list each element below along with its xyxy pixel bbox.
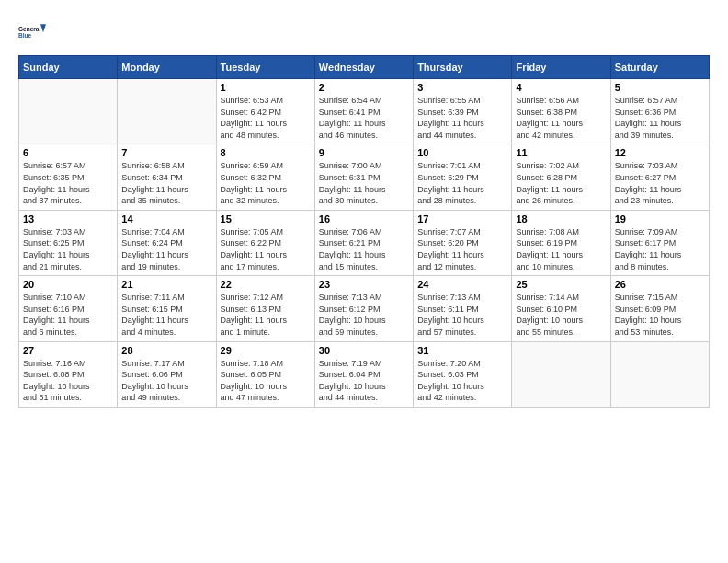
week-row-1: 1Sunrise: 6:53 AM Sunset: 6:42 PM Daylig… <box>19 79 710 144</box>
weekday-header-sunday: Sunday <box>19 56 118 79</box>
calendar-cell: 3Sunrise: 6:55 AM Sunset: 6:39 PM Daylig… <box>414 79 512 144</box>
calendar-cell: 28Sunrise: 7:17 AM Sunset: 6:06 PM Dayli… <box>118 341 216 407</box>
calendar-cell: 15Sunrise: 7:05 AM Sunset: 6:22 PM Dayli… <box>216 210 314 275</box>
day-number: 11 <box>516 147 606 158</box>
day-number: 16 <box>319 213 409 224</box>
calendar-cell: 11Sunrise: 7:02 AM Sunset: 6:28 PM Dayli… <box>512 144 610 210</box>
day-number: 25 <box>516 279 606 290</box>
calendar-cell <box>118 79 216 144</box>
day-number: 14 <box>121 213 211 224</box>
day-info: Sunrise: 7:03 AM Sunset: 6:27 PM Dayligh… <box>615 160 705 206</box>
calendar-cell: 1Sunrise: 6:53 AM Sunset: 6:42 PM Daylig… <box>216 79 314 144</box>
day-info: Sunrise: 7:16 AM Sunset: 6:08 PM Dayligh… <box>23 358 113 404</box>
day-info: Sunrise: 6:54 AM Sunset: 6:41 PM Dayligh… <box>319 95 409 141</box>
calendar-cell: 19Sunrise: 7:09 AM Sunset: 6:17 PM Dayli… <box>610 210 709 275</box>
day-info: Sunrise: 6:56 AM Sunset: 6:38 PM Dayligh… <box>516 95 606 141</box>
day-number: 28 <box>121 345 211 356</box>
day-number: 26 <box>615 279 705 290</box>
day-number: 31 <box>417 345 507 356</box>
calendar-cell: 10Sunrise: 7:01 AM Sunset: 6:29 PM Dayli… <box>414 144 512 210</box>
calendar-cell: 22Sunrise: 7:12 AM Sunset: 6:13 PM Dayli… <box>216 276 314 341</box>
day-number: 6 <box>23 147 113 158</box>
day-number: 22 <box>221 279 311 290</box>
calendar-cell: 4Sunrise: 6:56 AM Sunset: 6:38 PM Daylig… <box>512 79 610 144</box>
calendar-cell: 25Sunrise: 7:14 AM Sunset: 6:10 PM Dayli… <box>512 276 610 341</box>
calendar-cell: 21Sunrise: 7:11 AM Sunset: 6:15 PM Dayli… <box>118 276 216 341</box>
day-number: 29 <box>221 345 311 356</box>
day-number: 23 <box>319 279 409 290</box>
day-info: Sunrise: 7:08 AM Sunset: 6:19 PM Dayligh… <box>516 226 606 272</box>
day-info: Sunrise: 7:18 AM Sunset: 6:05 PM Dayligh… <box>221 358 311 404</box>
day-info: Sunrise: 7:13 AM Sunset: 6:12 PM Dayligh… <box>319 292 409 338</box>
day-number: 4 <box>516 82 606 93</box>
calendar-cell: 17Sunrise: 7:07 AM Sunset: 6:20 PM Dayli… <box>414 210 512 275</box>
day-number: 12 <box>615 147 705 158</box>
calendar-cell <box>19 79 118 144</box>
day-info: Sunrise: 6:57 AM Sunset: 6:36 PM Dayligh… <box>615 95 705 141</box>
svg-text:General: General <box>18 26 40 32</box>
calendar-cell: 31Sunrise: 7:20 AM Sunset: 6:03 PM Dayli… <box>414 341 512 407</box>
day-info: Sunrise: 7:12 AM Sunset: 6:13 PM Dayligh… <box>221 292 311 338</box>
weekday-header-wednesday: Wednesday <box>314 56 413 79</box>
day-info: Sunrise: 6:57 AM Sunset: 6:35 PM Dayligh… <box>23 160 113 206</box>
day-number: 15 <box>221 213 311 224</box>
calendar-cell: 18Sunrise: 7:08 AM Sunset: 6:19 PM Dayli… <box>512 210 610 275</box>
calendar-cell: 14Sunrise: 7:04 AM Sunset: 6:24 PM Dayli… <box>118 210 216 275</box>
calendar-cell: 24Sunrise: 7:13 AM Sunset: 6:11 PM Dayli… <box>414 276 512 341</box>
day-number: 18 <box>516 213 606 224</box>
day-number: 13 <box>23 213 113 224</box>
day-number: 19 <box>615 213 705 224</box>
day-info: Sunrise: 7:17 AM Sunset: 6:06 PM Dayligh… <box>121 358 211 404</box>
day-info: Sunrise: 6:58 AM Sunset: 6:34 PM Dayligh… <box>121 160 211 206</box>
day-number: 7 <box>121 147 211 158</box>
day-number: 27 <box>23 345 113 356</box>
day-number: 9 <box>319 147 409 158</box>
day-info: Sunrise: 7:02 AM Sunset: 6:28 PM Dayligh… <box>516 160 606 206</box>
day-number: 24 <box>417 279 507 290</box>
weekday-header-thursday: Thursday <box>414 56 512 79</box>
day-number: 21 <box>121 279 211 290</box>
day-number: 17 <box>417 213 507 224</box>
calendar-cell: 29Sunrise: 7:18 AM Sunset: 6:05 PM Dayli… <box>216 341 314 407</box>
page-header: GeneralBlue <box>18 18 710 46</box>
day-info: Sunrise: 7:09 AM Sunset: 6:17 PM Dayligh… <box>615 226 705 272</box>
day-info: Sunrise: 6:53 AM Sunset: 6:42 PM Dayligh… <box>221 95 311 141</box>
weekday-header-friday: Friday <box>512 56 610 79</box>
calendar-cell: 23Sunrise: 7:13 AM Sunset: 6:12 PM Dayli… <box>314 276 413 341</box>
calendar-cell: 13Sunrise: 7:03 AM Sunset: 6:25 PM Dayli… <box>19 210 118 275</box>
calendar-cell: 8Sunrise: 6:59 AM Sunset: 6:32 PM Daylig… <box>216 144 314 210</box>
calendar-cell: 16Sunrise: 7:06 AM Sunset: 6:21 PM Dayli… <box>314 210 413 275</box>
week-row-3: 13Sunrise: 7:03 AM Sunset: 6:25 PM Dayli… <box>19 210 710 275</box>
calendar-table: SundayMondayTuesdayWednesdayThursdayFrid… <box>18 55 710 408</box>
logo-icon: GeneralBlue <box>18 18 46 46</box>
weekday-header-tuesday: Tuesday <box>216 56 314 79</box>
day-info: Sunrise: 7:03 AM Sunset: 6:25 PM Dayligh… <box>23 226 113 272</box>
day-info: Sunrise: 7:11 AM Sunset: 6:15 PM Dayligh… <box>121 292 211 338</box>
day-info: Sunrise: 6:59 AM Sunset: 6:32 PM Dayligh… <box>221 160 311 206</box>
weekday-header-saturday: Saturday <box>610 56 709 79</box>
day-info: Sunrise: 7:19 AM Sunset: 6:04 PM Dayligh… <box>319 358 409 404</box>
weekday-header-row: SundayMondayTuesdayWednesdayThursdayFrid… <box>19 56 710 79</box>
calendar-cell: 30Sunrise: 7:19 AM Sunset: 6:04 PM Dayli… <box>314 341 413 407</box>
week-row-2: 6Sunrise: 6:57 AM Sunset: 6:35 PM Daylig… <box>19 144 710 210</box>
day-number: 30 <box>319 345 409 356</box>
calendar-cell: 20Sunrise: 7:10 AM Sunset: 6:16 PM Dayli… <box>19 276 118 341</box>
day-number: 3 <box>417 82 507 93</box>
calendar-cell: 9Sunrise: 7:00 AM Sunset: 6:31 PM Daylig… <box>314 144 413 210</box>
calendar-cell <box>610 341 709 407</box>
day-number: 8 <box>221 147 311 158</box>
week-row-4: 20Sunrise: 7:10 AM Sunset: 6:16 PM Dayli… <box>19 276 710 341</box>
day-info: Sunrise: 7:06 AM Sunset: 6:21 PM Dayligh… <box>319 226 409 272</box>
svg-marker-2 <box>40 24 46 32</box>
week-row-5: 27Sunrise: 7:16 AM Sunset: 6:08 PM Dayli… <box>19 341 710 407</box>
calendar-cell: 7Sunrise: 6:58 AM Sunset: 6:34 PM Daylig… <box>118 144 216 210</box>
day-info: Sunrise: 7:00 AM Sunset: 6:31 PM Dayligh… <box>319 160 409 206</box>
day-info: Sunrise: 7:15 AM Sunset: 6:09 PM Dayligh… <box>615 292 705 338</box>
day-number: 10 <box>417 147 507 158</box>
day-number: 1 <box>221 82 311 93</box>
calendar-cell <box>512 341 610 407</box>
day-info: Sunrise: 7:07 AM Sunset: 6:20 PM Dayligh… <box>417 226 507 272</box>
day-info: Sunrise: 7:20 AM Sunset: 6:03 PM Dayligh… <box>417 358 507 404</box>
day-info: Sunrise: 7:01 AM Sunset: 6:29 PM Dayligh… <box>417 160 507 206</box>
calendar-cell: 2Sunrise: 6:54 AM Sunset: 6:41 PM Daylig… <box>314 79 413 144</box>
